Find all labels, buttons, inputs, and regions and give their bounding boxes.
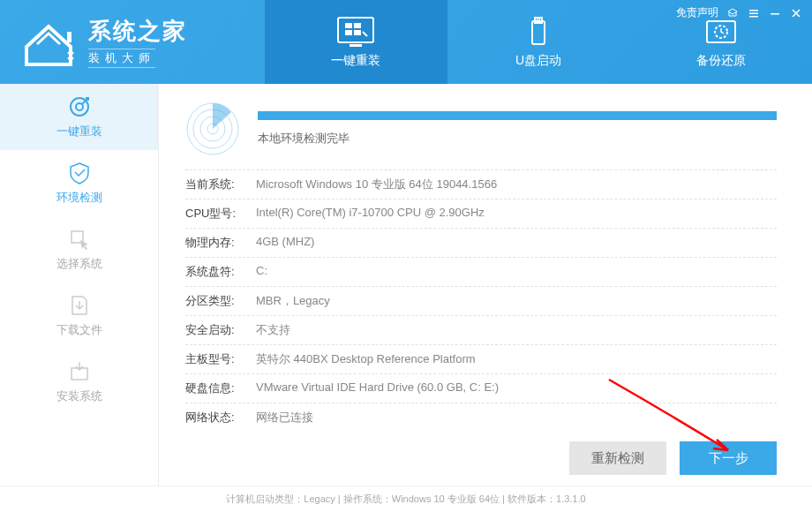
sidebar-item-label: 一键重装 <box>56 124 102 139</box>
sidebar-item-select-system[interactable]: 选择系统 <box>0 216 158 282</box>
svg-point-4 <box>71 56 74 59</box>
details-list: 当前系统:Microsoft Windows 10 专业版 64位 19044.… <box>185 169 777 432</box>
install-icon <box>67 359 92 384</box>
progress-area: 本地环境检测完毕 <box>185 102 777 156</box>
svg-point-3 <box>68 56 71 59</box>
app-window: 系统之家 装机大师 一键重装 <box>0 0 812 512</box>
sidebar-item-download[interactable]: 下载文件 <box>0 282 158 349</box>
svg-rect-20 <box>771 13 779 15</box>
sidebar-item-install[interactable]: 安装系统 <box>0 349 158 415</box>
tab-reinstall[interactable]: 一键重装 <box>265 0 447 84</box>
svg-rect-10 <box>354 30 361 35</box>
graduation-icon[interactable] <box>726 6 740 20</box>
detail-row: 硬盘信息:VMware Virtual IDE Hard Drive (60.0… <box>185 373 777 403</box>
next-button[interactable]: 下一步 <box>680 441 777 475</box>
minimize-icon[interactable] <box>768 6 782 20</box>
sidebar-item-label: 安装系统 <box>56 388 102 404</box>
svg-rect-18 <box>749 12 758 14</box>
sidebar-item-label: 选择系统 <box>56 256 102 272</box>
usb-icon <box>519 16 558 48</box>
progress-bar <box>258 111 777 120</box>
detail-value: 不支持 <box>256 322 290 338</box>
detail-row: 当前系统:Microsoft Windows 10 专业版 64位 19044.… <box>185 169 777 199</box>
detail-value: 4GB (MHZ) <box>256 235 314 251</box>
svg-rect-17 <box>749 10 758 11</box>
shield-check-icon <box>67 161 92 185</box>
svg-rect-9 <box>345 30 352 35</box>
radar-scan-icon <box>185 102 240 156</box>
svg-point-2 <box>71 51 74 54</box>
detail-row: 系统盘符:C: <box>185 257 777 286</box>
close-icon[interactable] <box>789 6 803 20</box>
windows-reinstall-icon <box>336 16 375 48</box>
tab-label: 备份还原 <box>696 53 746 69</box>
tab-label: U盘启动 <box>515 53 561 69</box>
svg-rect-8 <box>354 23 361 28</box>
svg-rect-13 <box>537 19 538 21</box>
detail-row: 分区类型:MBR，Legacy <box>185 286 777 315</box>
detail-row: 安全启动:不支持 <box>185 315 777 344</box>
detail-row: 网络状态:网络已连接 <box>185 403 777 432</box>
brand-subtitle: 装机大师 <box>88 49 155 68</box>
detail-row: 主板型号:英特尔 440BX Desktop Reference Platfor… <box>185 344 777 373</box>
sidebar: 一键重装 环境检测 选择系统 下载文件 安装系统 <box>0 84 159 486</box>
sidebar-item-env-check[interactable]: 环境检测 <box>0 150 158 216</box>
sidebar-item-reinstall[interactable]: 一键重装 <box>0 84 158 150</box>
tab-usb-boot[interactable]: U盘启动 <box>447 0 630 84</box>
progress-info: 本地环境检测完毕 <box>258 111 777 147</box>
window-controls: 免责声明 <box>676 5 803 20</box>
download-icon <box>67 293 92 318</box>
detail-value: 网络已连接 <box>256 410 313 425</box>
house-logo-icon <box>18 16 79 69</box>
target-icon <box>67 94 92 119</box>
svg-rect-7 <box>345 23 352 28</box>
detail-value: Microsoft Windows 10 专业版 64位 19044.1566 <box>256 177 497 192</box>
menu-icon[interactable] <box>747 6 761 20</box>
action-buttons: 重新检测 下一步 <box>569 441 777 475</box>
detail-label: 系统盘符: <box>185 264 256 280</box>
progress-status: 本地环境检测完毕 <box>258 131 777 147</box>
disclaimer-link[interactable]: 免责声明 <box>676 5 718 20</box>
svg-rect-6 <box>350 44 362 47</box>
svg-rect-14 <box>539 19 541 21</box>
detail-value: 英特尔 440BX Desktop Reference Platform <box>256 351 476 367</box>
detail-value: C: <box>256 264 267 280</box>
detail-label: 当前系统: <box>185 177 256 192</box>
body: 一键重装 环境检测 选择系统 下载文件 安装系统 <box>0 84 812 486</box>
detail-value: Intel(R) Core(TM) i7-10700 CPU @ 2.90GHz <box>256 206 485 222</box>
detail-row: 物理内存:4GB (MHZ) <box>185 228 777 257</box>
detail-value: MBR，Legacy <box>256 293 330 309</box>
svg-rect-19 <box>749 16 758 18</box>
detail-label: CPU型号: <box>185 206 256 222</box>
logo-area: 系统之家 装机大师 <box>0 0 265 84</box>
detail-label: 安全启动: <box>185 322 256 338</box>
detail-value: VMware Virtual IDE Hard Drive (60.0 GB, … <box>256 380 499 396</box>
main-content: 本地环境检测完毕 当前系统:Microsoft Windows 10 专业版 6… <box>159 84 812 486</box>
footer-status: 计算机启动类型：Legacy | 操作系统：Windows 10 专业版 64位… <box>0 486 812 512</box>
header: 系统之家 装机大师 一键重装 <box>0 0 812 84</box>
brand-name: 系统之家 <box>88 16 187 47</box>
recheck-button[interactable]: 重新检测 <box>569 441 666 475</box>
sidebar-item-label: 下载文件 <box>56 322 102 338</box>
detail-label: 分区类型: <box>185 293 256 309</box>
detail-label: 主板型号: <box>185 351 256 367</box>
svg-point-22 <box>76 103 83 110</box>
detail-label: 硬盘信息: <box>185 380 256 396</box>
select-icon <box>67 227 92 252</box>
svg-rect-0 <box>67 32 71 42</box>
tab-label: 一键重装 <box>331 53 380 69</box>
logo-text: 系统之家 装机大师 <box>88 16 187 68</box>
svg-rect-11 <box>532 21 545 44</box>
sidebar-item-label: 环境检测 <box>56 190 102 206</box>
detail-label: 网络状态: <box>185 410 256 425</box>
detail-label: 物理内存: <box>185 235 256 251</box>
detail-row: CPU型号:Intel(R) Core(TM) i7-10700 CPU @ 2… <box>185 199 777 228</box>
svg-point-1 <box>68 51 71 54</box>
